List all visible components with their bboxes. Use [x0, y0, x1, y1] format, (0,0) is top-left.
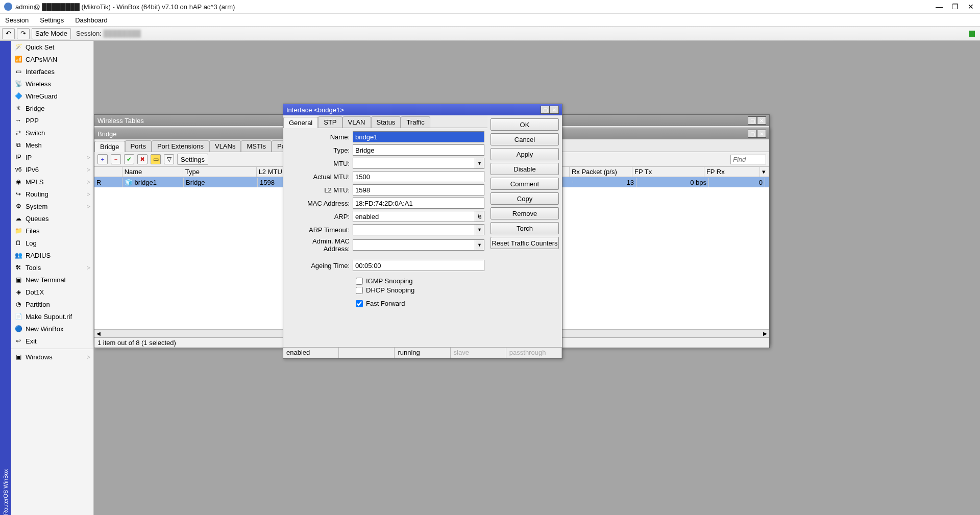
sidebar-item-ppp[interactable]: ↔PPP [11, 114, 93, 127]
tab-ports[interactable]: Ports [125, 140, 152, 152]
sidebar-item-ipv6[interactable]: v6IPv6▷ [11, 163, 93, 176]
cancel-button[interactable]: Cancel [491, 133, 559, 145]
type-field [353, 144, 484, 156]
arp-timeout-input[interactable] [353, 224, 475, 235]
label-arp-timeout: ARP Timeout: [286, 226, 353, 234]
tab-mstis[interactable]: MSTIs [241, 140, 272, 152]
filter-button[interactable]: ▽ [164, 154, 174, 164]
tab-status[interactable]: Status [371, 116, 401, 128]
sidebar-item-partition[interactable]: ◔Partition [11, 298, 93, 310]
col-header[interactable]: Name [122, 167, 183, 177]
sidebar-item-bridge[interactable]: ✳Bridge [11, 102, 93, 114]
col-header[interactable]: L2 MTU [257, 167, 286, 177]
iface-close-button[interactable]: ✕ [550, 106, 559, 114]
bridge-close-button[interactable]: ✕ [757, 130, 766, 138]
mtu-dropdown-icon[interactable]: ▼ [475, 158, 484, 169]
ageing-time-input[interactable] [353, 260, 484, 271]
columns-dropdown-icon[interactable]: ▾ [760, 167, 769, 177]
enable-button[interactable]: ✔ [124, 154, 134, 164]
sidebar-item-switch[interactable]: ⇄Switch [11, 127, 93, 139]
dialog-interface-bridge1[interactable]: Interface <bridge1> ▢✕ GeneralSTPVLANSta… [283, 104, 562, 359]
dhcp-snooping-checkbox[interactable] [356, 287, 363, 294]
menu-session[interactable]: Session [5, 16, 29, 24]
sidebar-item-wireless[interactable]: 📡Wireless [11, 78, 93, 90]
name-input[interactable] [353, 131, 484, 142]
sidebar-icon: ✳ [14, 104, 22, 112]
apply-button[interactable]: Apply [491, 148, 559, 160]
mtu-input[interactable] [353, 158, 475, 169]
chevron-right-icon: ▷ [87, 155, 90, 160]
fast-forward-checkbox[interactable] [356, 300, 363, 307]
safe-mode-button[interactable]: Safe Mode [32, 28, 71, 39]
os-titlebar: admin@ ████████ (MikroTik) - WinBox (64b… [0, 0, 980, 14]
col-header[interactable] [94, 167, 122, 177]
sidebar-item-new-terminal[interactable]: ▣New Terminal [11, 274, 93, 286]
admin-mac-dropdown-icon[interactable]: ▼ [475, 239, 484, 251]
tab-stp[interactable]: STP [318, 116, 342, 128]
tab-general[interactable]: General [283, 117, 318, 128]
app-icon [4, 3, 12, 11]
disable-button[interactable]: Disable [491, 163, 559, 175]
disable-button[interactable]: ✖ [137, 154, 148, 164]
arp-timeout-dropdown-icon[interactable]: ▼ [475, 224, 484, 235]
sidebar-item-dot1x[interactable]: ◈Dot1X [11, 286, 93, 298]
arp-select[interactable] [353, 211, 475, 222]
sidebar-item-radius[interactable]: 👥RADIUS [11, 249, 93, 261]
col-header[interactable]: FP Rx [704, 167, 760, 177]
sidebar-item-windows[interactable]: ▣Windows▷ [11, 351, 93, 363]
sidebar-item-exit[interactable]: ↩Exit [11, 335, 93, 347]
sidebar-item-label: MPLS [26, 178, 43, 186]
admin-mac-input[interactable] [353, 239, 475, 251]
remove-button[interactable]: － [111, 154, 121, 164]
col-header[interactable]: Rx Packet (p/s) [570, 167, 632, 177]
comment-button[interactable]: Comment [491, 178, 559, 190]
ok-button[interactable]: OK [491, 118, 559, 131]
sidebar-item-queues[interactable]: ☁Queues [11, 212, 93, 225]
sidebar-item-new-winbox[interactable]: 🔵New WinBox [11, 323, 93, 335]
comment-button[interactable]: ▭ [151, 154, 161, 164]
tab-port-extensions[interactable]: Port Extensions [152, 140, 209, 152]
reset-traffic-counters-button[interactable]: Reset Traffic Counters [491, 237, 559, 249]
tab-vlan[interactable]: VLAN [342, 116, 371, 128]
sidebar-item-routing[interactable]: ↪Routing▷ [11, 188, 93, 200]
sidebar-item-wireguard[interactable]: 🔷WireGuard [11, 90, 93, 102]
tab-bridge[interactable]: Bridge [94, 141, 125, 152]
sidebar-item-tools[interactable]: 🛠Tools▷ [11, 261, 93, 274]
sidebar-item-quick-set[interactable]: 🪄Quick Set [11, 41, 93, 53]
maximize-button[interactable]: ❐ [952, 3, 959, 11]
wl-up-button[interactable]: ▢ [748, 116, 757, 125]
close-button[interactable]: ✕ [968, 3, 974, 11]
sidebar-item-make-supout-rif[interactable]: 📄Make Supout.rif [11, 310, 93, 323]
remove-button[interactable]: Remove [491, 207, 559, 219]
torch-button[interactable]: Torch [491, 222, 559, 234]
menu-settings[interactable]: Settings [40, 16, 64, 24]
arp-dropdown-icon[interactable]: ⧎ [475, 211, 484, 222]
wl-close-button[interactable]: ✕ [757, 116, 766, 125]
settings-button[interactable]: Settings [177, 154, 208, 165]
col-header[interactable]: Type [183, 167, 257, 177]
add-button[interactable]: ＋ [97, 154, 108, 164]
col-header[interactable]: FP Tx [632, 167, 704, 177]
menu-dashboard[interactable]: Dashboard [75, 16, 108, 24]
find-input[interactable] [730, 155, 766, 164]
sidebar-item-ip[interactable]: IPIP▷ [11, 151, 93, 163]
iface-up-button[interactable]: ▢ [541, 106, 550, 114]
sidebar-item-capsman[interactable]: 📶CAPsMAN [11, 53, 93, 65]
redo-button[interactable]: ↷ [17, 28, 30, 39]
igmp-snooping-checkbox[interactable] [356, 278, 363, 285]
undo-button[interactable]: ↶ [2, 28, 15, 39]
interface-status-bar: enabled running slave passthrough [283, 347, 562, 358]
sidebar-item-interfaces[interactable]: ▭Interfaces [11, 65, 93, 78]
sidebar-item-label: Wireless [26, 80, 51, 88]
sidebar-item-log[interactable]: 🗒Log [11, 237, 93, 249]
minimize-button[interactable]: — [936, 3, 943, 11]
sidebar-item-system[interactable]: ⚙System▷ [11, 200, 93, 212]
sidebar-item-mpls[interactable]: ◉MPLS▷ [11, 176, 93, 188]
tab-traffic[interactable]: Traffic [401, 116, 430, 128]
tab-vlans[interactable]: VLANs [209, 140, 241, 152]
copy-button[interactable]: Copy [491, 192, 559, 205]
activity-led [969, 31, 975, 37]
sidebar-item-mesh[interactable]: ⧉Mesh [11, 139, 93, 151]
sidebar-item-files[interactable]: 📁Files [11, 225, 93, 237]
bridge-up-button[interactable]: ▢ [748, 130, 757, 138]
